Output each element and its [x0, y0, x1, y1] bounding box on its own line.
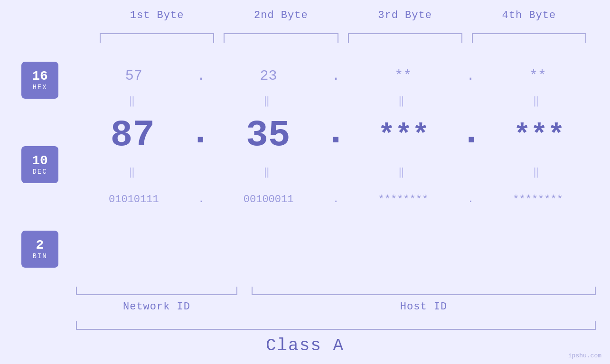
dec-label: DEC [32, 168, 47, 176]
bin-b1: 01010111 [76, 194, 192, 205]
eq2-b3: ‖ [346, 166, 461, 178]
byte-labels-row: 1st Byte 2nd Byte 3rd Byte 4th Byte [95, 9, 591, 21]
overall-bracket [76, 321, 596, 330]
dec-dot-1: . [189, 112, 212, 159]
dec-data-row: 87 . 35 . *** . *** [76, 109, 596, 161]
eq1-b2: ‖ [211, 94, 327, 107]
eq1-b3: ‖ [346, 94, 461, 107]
bracket-2 [224, 33, 338, 43]
hex-b3: ** [346, 68, 461, 84]
bin-label: BIN [32, 252, 47, 260]
dec-dot-2: . [325, 112, 347, 159]
bin-b4: ******** [480, 194, 596, 205]
base-badges: 16 HEX 10 DEC 2 BIN [21, 62, 58, 268]
bracket-3 [348, 33, 462, 43]
dec-b2: 35 [211, 114, 325, 156]
bin-data-row: 01010111 . 00100011 . ******** . *******… [76, 183, 596, 216]
bin-badge: 2 BIN [21, 231, 58, 268]
hex-dot-2: . [327, 68, 346, 84]
main-container: 1st Byte 2nd Byte 3rd Byte 4th Byte 16 H… [0, 0, 610, 364]
hex-b4: ** [480, 68, 596, 84]
class-label: Class A [0, 336, 610, 355]
byte-label-3: 3rd Byte [343, 9, 467, 21]
host-id-label: Host ID [252, 301, 596, 313]
top-brackets [95, 33, 591, 43]
bin-dot-2: . [327, 194, 346, 205]
byte-label-2: 2nd Byte [219, 9, 343, 21]
eq1-b4: ‖ [480, 94, 596, 107]
hex-dot-3: . [461, 68, 480, 84]
watermark: ipshu.com [568, 352, 601, 359]
eq2-b1: ‖ [76, 166, 192, 178]
eq2-b4: ‖ [480, 166, 596, 178]
bin-b2: 00100011 [211, 194, 327, 205]
equals-row-2: ‖ ‖ ‖ ‖ [76, 164, 596, 180]
dec-badge: 10 DEC [21, 146, 58, 183]
hex-data-row: 57 . 23 . ** . ** [76, 62, 596, 90]
eq2-b2: ‖ [211, 166, 327, 178]
bracket-1 [100, 33, 214, 43]
hex-dot-1: . [192, 68, 211, 84]
dec-b1: 87 [76, 114, 189, 156]
equals-row-1: ‖ ‖ ‖ ‖ [76, 93, 596, 109]
host-id-bracket [252, 287, 596, 295]
eq1-b1: ‖ [76, 94, 192, 107]
network-id-bracket [76, 287, 237, 295]
network-id-label: Network ID [76, 301, 237, 313]
bin-dot-1: . [192, 194, 211, 205]
hex-badge: 16 HEX [21, 62, 58, 99]
dec-b3: *** [347, 119, 460, 151]
dec-dot-3: . [460, 112, 483, 159]
bin-dot-3: . [461, 194, 480, 205]
hex-label: HEX [32, 84, 47, 91]
bin-b3: ******** [346, 194, 461, 205]
dec-number: 10 [32, 154, 48, 168]
byte-label-1: 1st Byte [95, 9, 219, 21]
bin-number: 2 [36, 238, 44, 253]
byte-label-4: 4th Byte [467, 9, 591, 21]
dec-b4: *** [482, 119, 596, 151]
bracket-4 [472, 33, 586, 43]
hex-b1: 57 [76, 68, 192, 84]
hex-number: 16 [32, 69, 48, 84]
hex-b2: 23 [211, 68, 327, 84]
